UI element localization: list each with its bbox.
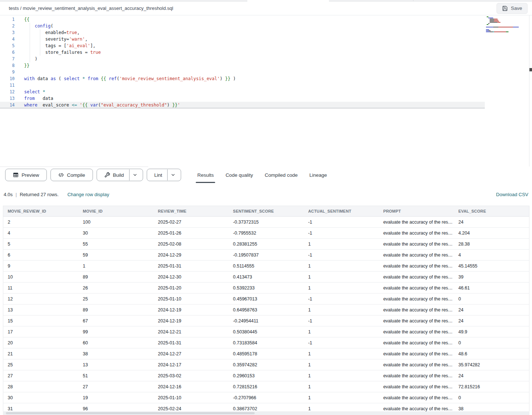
tab-results[interactable]: Results	[191, 167, 220, 183]
code-line[interactable]: 8}}	[0, 62, 485, 69]
table-row[interactable]: 912025-01-310.51145551evaluate the accur…	[3, 261, 529, 272]
results-horizontal-scrollbar[interactable]	[3, 411, 529, 415]
table-cell: -1	[304, 220, 379, 225]
table-row[interactable]: 12252025-01-100.45967013-1evaluate the a…	[3, 294, 529, 304]
table-cell: 51	[78, 373, 153, 378]
prompt-text: evaluate the accuracy of the res…	[383, 351, 453, 356]
results-table-body: 21002025-02-27-0.37372315-1evaluate the …	[3, 217, 529, 412]
code-line[interactable]: 4 severity='warn',	[0, 36, 485, 42]
table-cell: 15	[3, 318, 78, 324]
table-row[interactable]: 13892024-12-190.649587631evaluate the ac…	[3, 304, 529, 315]
table-cell: 20	[3, 340, 78, 345]
table-row[interactable]: 21382024-12-270.485951781evaluate the ac…	[3, 348, 529, 359]
table-cell: 35.974282	[454, 362, 529, 367]
table-cell: 0.5114555	[229, 263, 304, 269]
code-line[interactable]: 10with data as ( select * from {{ ref('m…	[0, 75, 485, 82]
code-line[interactable]: 12select *	[0, 89, 485, 95]
tab-results-label: Results	[197, 172, 214, 178]
table-cell: 0.413473	[229, 274, 304, 280]
table-cell: 19	[78, 395, 153, 400]
table-cell: 6	[3, 253, 78, 258]
build-dropdown-button[interactable]	[129, 169, 141, 180]
table-cell: -1	[304, 231, 379, 236]
table-cell: 2025-01-31	[154, 263, 229, 269]
table-cell: 2024-12-19	[154, 307, 229, 313]
table-row[interactable]: 31962025-02-240.386737021evaluate the ac…	[3, 403, 529, 412]
code-line[interactable]: 7 )	[0, 56, 485, 62]
tabstrip-segment-right[interactable]	[329, 0, 532, 1]
table-cell: 1	[304, 307, 379, 313]
code-line[interactable]: 11	[0, 82, 485, 89]
table-row[interactable]: 5552025-02-080.283812551evaluate the acc…	[3, 239, 529, 250]
lint-dropdown-button[interactable]	[167, 169, 179, 180]
prompt-text: evaluate the accuracy of the res…	[383, 395, 453, 400]
file-header: tests / movie_review_sentiment_analysis_…	[0, 1, 532, 15]
code-line[interactable]: 3 enabled=true,	[0, 29, 485, 36]
prompt-text: evaluate the accuracy of the res…	[383, 340, 453, 345]
chevron-down-icon	[132, 172, 138, 177]
code-line[interactable]: 5 tags = ['ai_eval'],	[0, 42, 485, 49]
table-cell: 2025-01-31	[154, 340, 229, 345]
table-cell: 27	[3, 373, 78, 378]
compile-button-label: Compile	[67, 172, 85, 178]
code-line[interactable]: 14where eval_score <= '{{ var("eval_accu…	[0, 102, 485, 108]
table-cell: 27	[78, 384, 153, 389]
tab-lineage[interactable]: Lineage	[304, 167, 333, 183]
column-header: MOVIE_REVIEW_ID	[3, 209, 78, 213]
table-row[interactable]: 11262025-01-200.53922331evaluate the acc…	[3, 283, 529, 294]
table-cell: -1	[304, 253, 379, 258]
table-row[interactable]: 27512025-03-020.29601531evaluate the acc…	[3, 370, 529, 381]
table-row[interactable]: 17992024-12-210.503804451evaluate the ac…	[3, 326, 529, 337]
build-button[interactable]: Build	[97, 169, 143, 181]
table-cell: evaluate the accuracy of the res…›	[379, 285, 454, 291]
tab-compiled-code[interactable]: Compiled code	[259, 167, 303, 183]
table-cell: 39	[454, 274, 529, 280]
table-cell: 0.64958763	[229, 307, 304, 313]
table-cell: -0.7955532	[229, 231, 304, 236]
lint-button[interactable]: Lint	[147, 169, 181, 181]
minimap[interactable]	[486, 16, 520, 33]
save-button[interactable]: Save	[497, 3, 528, 14]
code-line[interactable]: 2 config(	[0, 23, 485, 29]
change-row-display-link[interactable]: Change row display	[67, 192, 109, 197]
table-cell: 72.815216	[454, 384, 529, 389]
tab-code-quality[interactable]: Code quality	[220, 167, 259, 183]
table-row[interactable]: 20602025-01-310.73183584-1evaluate the a…	[3, 337, 529, 348]
table-cell: 24	[454, 318, 529, 324]
line-number: 2	[0, 23, 15, 29]
table-cell: 2024-12-30	[154, 274, 229, 280]
code-line[interactable]: 6 store_failures = true	[0, 49, 485, 56]
table-cell: 10	[3, 274, 78, 280]
table-row[interactable]: 10892024-12-300.4134731evaluate the accu…	[3, 272, 529, 283]
tabstrip-segment-left[interactable]	[0, 0, 247, 1]
code-line[interactable]: 13from data	[0, 95, 485, 102]
table-cell: 60	[78, 340, 153, 345]
table-row[interactable]: 15672024-12-19-0.24954411-1evaluate the …	[3, 315, 529, 326]
column-header: MOVIE_ID	[78, 209, 153, 213]
scrollbar-handle[interactable]	[6, 412, 255, 414]
table-cell: 0	[454, 395, 529, 400]
code-line[interactable]: 9	[0, 69, 485, 75]
table-row[interactable]: 6592024-12-29-0.19507837-1evaluate the a…	[3, 250, 529, 261]
table-cell: 2024-12-27	[154, 351, 229, 356]
table-row[interactable]: 21002025-02-27-0.37372315-1evaluate the …	[3, 217, 529, 228]
table-row[interactable]: 4302025-01-26-0.7955532-1evaluate the ac…	[3, 228, 529, 239]
table-row[interactable]: 28272024-12-160.728152161evaluate the ac…	[3, 381, 529, 392]
table-cell: 4	[454, 253, 529, 258]
editor-tabstrip	[0, 0, 532, 1]
download-csv-link[interactable]: Download CSV	[496, 192, 528, 197]
compile-button[interactable]: Compile	[50, 169, 93, 181]
editor-scrollbar[interactable]	[529, 68, 532, 71]
table-cell: 2024-12-16	[154, 384, 229, 389]
table-row[interactable]: 25132024-12-170.359742821evaluate the ac…	[3, 359, 529, 370]
table-cell: 100	[78, 220, 153, 225]
table-cell: evaluate the accuracy of the res…›	[379, 253, 454, 258]
table-row[interactable]: 30192025-01-10-0.27079661evaluate the ac…	[3, 392, 529, 403]
table-cell: 1	[304, 373, 379, 378]
table-cell: 1	[304, 395, 379, 400]
prompt-text: evaluate the accuracy of the res…	[383, 362, 453, 367]
preview-button[interactable]: Preview	[5, 169, 47, 181]
line-number: 6	[0, 49, 15, 56]
code-line[interactable]: 1{{	[0, 16, 485, 23]
code-editor[interactable]: 1{{2 config(3 enabled=true,4 severity='w…	[0, 15, 532, 167]
